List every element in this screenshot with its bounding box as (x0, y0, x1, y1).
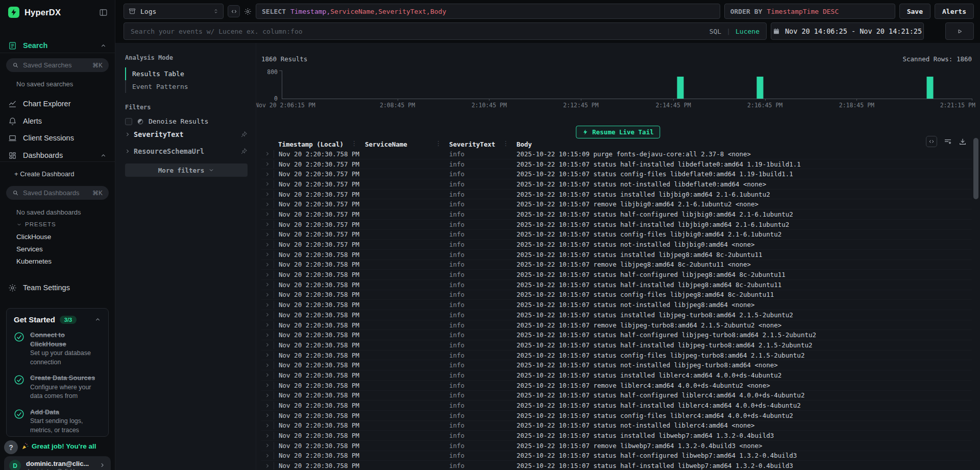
row-expand-chevron-icon[interactable] (261, 383, 274, 388)
sidebar-item-team-settings[interactable]: Team Settings (0, 281, 115, 294)
denoise-checkbox[interactable] (125, 118, 132, 125)
table-row[interactable]: Nov 20 2:20:30.758 PMinfo2025-10-22 10:1… (261, 441, 972, 451)
row-expand-chevron-icon[interactable] (261, 322, 274, 327)
row-expand-chevron-icon[interactable] (261, 353, 274, 358)
get-started-item[interactable]: Add DataStart sending logs, metrics, or … (14, 408, 101, 435)
facet-resourceschemaurl[interactable]: ResourceSchemaUrl (125, 143, 248, 159)
table-row[interactable]: Nov 20 2:20:30.758 PMinfo2025-10-22 10:1… (261, 421, 972, 431)
run-query-button[interactable] (945, 22, 974, 40)
row-expand-chevron-icon[interactable] (261, 202, 274, 207)
table-row[interactable]: Nov 20 2:20:30.757 PMinfo2025-10-22 10:1… (261, 190, 972, 200)
table-row[interactable]: Nov 20 2:20:30.757 PMinfo2025-10-22 10:1… (261, 209, 972, 220)
row-expand-chevron-icon[interactable] (261, 443, 274, 448)
select-columns-input[interactable]: SELECTTimestamp,ServiceName,SeverityText… (256, 4, 720, 19)
resume-live-tail-button[interactable]: Resume Live Tail (576, 126, 660, 138)
analysis-mode-event-patterns[interactable]: Event Patterns (125, 80, 248, 93)
table-row[interactable]: Nov 20 2:20:30.758 PMinfo2025-10-22 10:1… (261, 250, 972, 260)
row-expand-chevron-icon[interactable] (261, 181, 274, 186)
presets-section-toggle[interactable]: PRESETS (16, 221, 56, 227)
table-row[interactable]: Nov 20 2:20:30.758 PMinfo2025-10-22 10:1… (261, 391, 972, 401)
row-expand-chevron-icon[interactable] (261, 262, 274, 267)
row-expand-chevron-icon[interactable] (261, 423, 274, 428)
order-by-input[interactable]: ORDER BYTimestampTime DESC (724, 4, 895, 19)
table-row[interactable]: Nov 20 2:20:30.758 PMinfo2025-10-22 10:1… (261, 260, 972, 270)
table-row[interactable]: Nov 20 2:20:30.758 PMinfo2025-10-22 10:1… (261, 310, 972, 320)
get-started-item[interactable]: Create Data SourcesConfigure where your … (14, 373, 101, 401)
row-expand-chevron-icon[interactable] (261, 242, 274, 247)
preset-item-kubernetes[interactable]: Kubernetes (16, 257, 52, 265)
column-header-body[interactable]: Body (512, 140, 972, 148)
table-row[interactable]: Nov 20 2:20:30.758 PMinfo2025-10-22 10:1… (261, 431, 972, 441)
preset-item-clickhouse[interactable]: ClickHouse (16, 233, 51, 241)
row-expand-chevron-icon[interactable] (261, 222, 274, 227)
get-started-item[interactable]: Connect to ClickHouseSet up your databas… (14, 331, 101, 367)
row-expand-chevron-icon[interactable] (261, 372, 274, 378)
table-row[interactable]: Nov 20 2:20:30.758 PMinfo2025-10-22 10:1… (261, 451, 972, 461)
row-expand-chevron-icon[interactable] (261, 272, 274, 277)
pin-icon[interactable] (240, 131, 248, 138)
row-expand-chevron-icon[interactable] (261, 192, 274, 197)
table-row[interactable]: Nov 20 2:20:30.758 PMinfo2025-10-22 10:1… (261, 360, 972, 370)
row-expand-chevron-icon[interactable] (261, 282, 274, 287)
pin-icon[interactable] (240, 148, 248, 155)
column-header-timestamp-local-[interactable]: Timestamp (Local)⋮ (274, 140, 360, 148)
scrollbar-thumb[interactable] (973, 138, 978, 199)
row-expand-chevron-icon[interactable] (261, 312, 274, 317)
sidebar-item-client-sessions[interactable]: Client Sessions (0, 131, 115, 145)
preset-item-services[interactable]: Services (16, 245, 43, 253)
row-expand-chevron-icon[interactable] (261, 342, 274, 347)
search-input[interactable] (131, 28, 704, 35)
table-row[interactable]: Nov 20 2:20:30.758 PMinfo2025-10-22 10:1… (261, 461, 972, 470)
row-expand-chevron-icon[interactable] (261, 393, 274, 398)
more-filters-button[interactable]: More filters (125, 163, 248, 177)
row-expand-chevron-icon[interactable] (261, 161, 274, 167)
sidebar-item-chart-explorer[interactable]: Chart Explorer (0, 97, 115, 110)
table-row[interactable]: Nov 20 2:20:30.757 PMinfo2025-10-22 10:1… (261, 199, 972, 209)
row-expand-chevron-icon[interactable] (261, 232, 274, 237)
histogram-bar[interactable] (926, 77, 933, 99)
chevron-up-icon[interactable] (94, 316, 101, 323)
row-expand-chevron-icon[interactable] (261, 212, 274, 217)
date-range-picker[interactable]: Nov 20 14:06:25 - Nov 20 14:21:25 (771, 22, 924, 40)
row-expand-chevron-icon[interactable] (261, 302, 274, 308)
table-row[interactable]: Nov 20 2:20:30.758 PMinfo2025-10-22 10:1… (261, 300, 972, 310)
help-button[interactable]: ? (4, 440, 18, 454)
table-row[interactable]: Nov 20 2:20:30.757 PMinfo2025-10-22 10:1… (261, 220, 972, 230)
saved-searches-input[interactable]: Saved Searches ⌘K (6, 58, 109, 72)
row-expand-chevron-icon[interactable] (261, 453, 274, 458)
row-expand-chevron-icon[interactable] (261, 172, 274, 177)
histogram-bar[interactable] (677, 77, 683, 99)
row-expand-chevron-icon[interactable] (261, 463, 274, 468)
table-row[interactable]: Nov 20 2:20:30.757 PMinfo2025-10-22 10:1… (261, 179, 972, 190)
histogram-bar[interactable] (757, 77, 764, 99)
table-row[interactable]: Nov 20 2:20:30.758 PMinfo2025-10-22 10:1… (261, 401, 972, 411)
table-row[interactable]: Nov 20 2:20:30.758 PMinfo2025-10-22 10:1… (261, 340, 972, 350)
chart-plot-area[interactable]: Nov 20 2:06:15 PM2:08:45 PM2:10:45 PM2:1… (282, 70, 972, 99)
table-row[interactable]: Nov 20 2:20:30.758 PMinfo2025-10-22 10:1… (261, 350, 972, 361)
create-dashboard-button[interactable]: + Create Dashboard (14, 170, 74, 178)
row-expand-chevron-icon[interactable] (261, 151, 274, 156)
table-row[interactable]: Nov 20 2:20:30.758 PMinfo2025-10-22 10:1… (261, 370, 972, 381)
sidebar-item-alerts[interactable]: Alerts (0, 114, 115, 128)
row-expand-chevron-icon[interactable] (261, 292, 274, 297)
saved-dashboards-input[interactable]: Saved Dashboards ⌘K (6, 186, 109, 200)
table-row[interactable]: Nov 20 2:20:30.758 PMinfo2025-10-22 10:1… (261, 320, 972, 331)
row-expand-chevron-icon[interactable] (261, 333, 274, 338)
code-view-button[interactable] (228, 5, 240, 17)
row-expand-chevron-icon[interactable] (261, 413, 274, 418)
sidebar-item-search[interactable]: Search (0, 39, 115, 52)
column-header-severitytext[interactable]: SeverityText⋮ (445, 140, 512, 148)
source-select[interactable]: Logs (124, 4, 224, 19)
table-row[interactable]: Nov 20 2:20:30.758 PMinfo2025-10-22 10:1… (261, 330, 972, 340)
table-row[interactable]: Nov 20 2:20:30.757 PMinfo2025-10-22 10:1… (261, 240, 972, 250)
table-row[interactable]: Nov 20 2:20:30.758 PMinfo2025-10-22 10:1… (261, 411, 972, 421)
table-row[interactable]: Nov 20 2:20:30.757 PMinfo2025-10-22 10:1… (261, 169, 972, 179)
facet-severitytext[interactable]: SeverityText (125, 126, 248, 142)
table-row[interactable]: Nov 20 2:20:30.758 PMinfo2025-10-22 10:1… (261, 270, 972, 280)
lucene-mode-toggle[interactable]: Lucene (736, 28, 760, 35)
table-row[interactable]: Nov 20 2:20:30.758 PMinfo2025-10-22 10:1… (261, 280, 972, 290)
row-expand-chevron-icon[interactable] (261, 252, 274, 257)
table-row[interactable]: Nov 20 2:20:30.757 PMinfo2025-10-22 10:1… (261, 230, 972, 240)
row-expand-chevron-icon[interactable] (261, 403, 274, 408)
sql-mode-toggle[interactable]: SQL (709, 28, 721, 35)
